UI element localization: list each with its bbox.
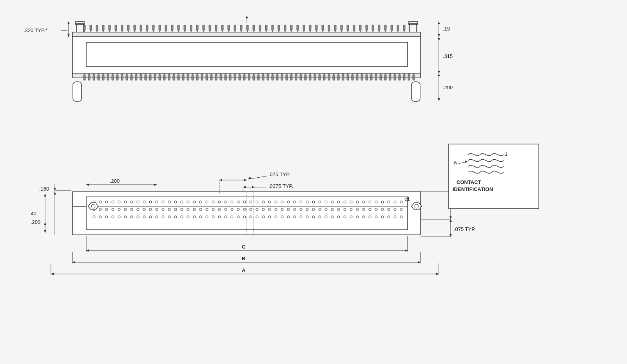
svg-rect-9: [86, 42, 408, 67]
dim-200-top-label: .200: [443, 85, 453, 90]
dim-075-typ-label: .075 TYP.: [268, 171, 290, 177]
dim-200-left-label: .200: [31, 219, 40, 225]
dim-315-label: .315: [443, 53, 453, 59]
contact-id-label2: IDENTIFICATION: [453, 186, 493, 192]
dim-c-label: C: [242, 244, 246, 250]
svg-rect-12: [411, 82, 420, 101]
svg-rect-10: [72, 73, 420, 78]
dim-320-label: .320 TYP.*: [24, 27, 47, 33]
svg-rect-11: [73, 82, 82, 101]
dim-a-label: A: [242, 267, 246, 273]
contact-1-label: c1: [404, 196, 410, 202]
diagram-container: /* pins drawn inline below */: [0, 0, 627, 364]
svg-rect-5: [72, 32, 420, 37]
contact-n-label: N: [454, 160, 458, 166]
contact-id-label1: CONTACT: [457, 179, 481, 185]
dim-200-bottom-label: .200: [110, 178, 120, 184]
dim-b-label: B: [242, 256, 245, 261]
dim-160-label: .160: [39, 186, 49, 192]
dim-0375-typ-label: .0375 TYP.: [268, 183, 293, 189]
dim-40-label: .40: [29, 211, 36, 216]
dim-075-typ2-label: .075 TYP.: [454, 226, 476, 232]
contact-1-id-label: 1: [505, 151, 507, 157]
dim-19-label: .19: [443, 26, 450, 32]
